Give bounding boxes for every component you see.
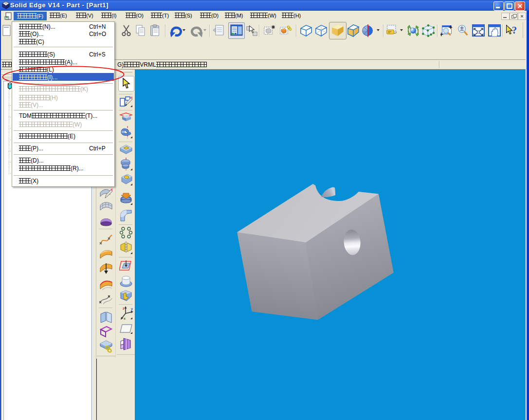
svg-text:z: z	[123, 307, 125, 310]
svg-text:y: y	[131, 307, 133, 311]
svg-text:x: x	[124, 317, 126, 320]
svg-text:?: ?	[512, 24, 517, 36]
